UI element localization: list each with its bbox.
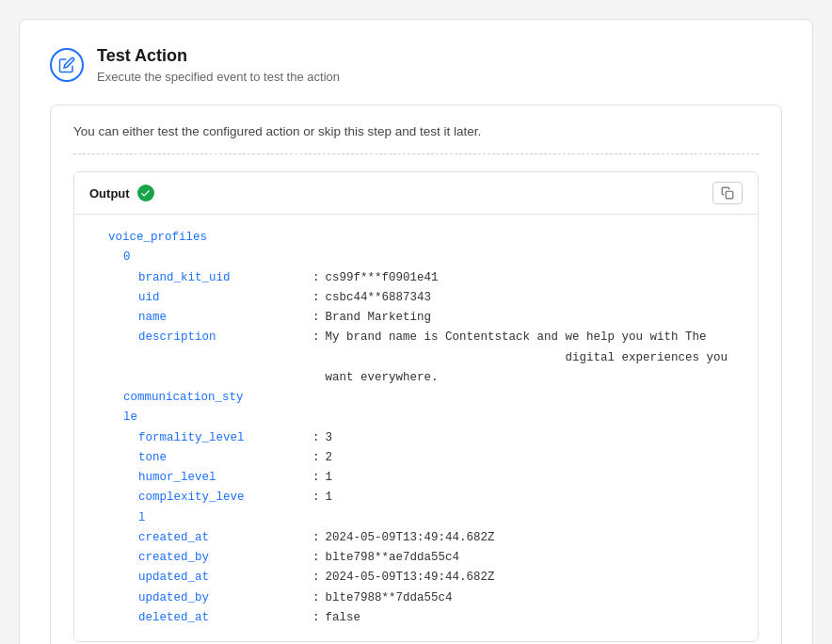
val-deleted-at: false (326, 608, 361, 628)
output-body: voice_profiles 0 brand_kit_uid : cs99f**… (74, 215, 758, 641)
output-row-voice-profiles: voice_profiles (93, 228, 739, 248)
header-row: Test Action Execute the specified event … (50, 46, 782, 84)
page-title: Test Action (97, 46, 340, 66)
output-row-comm-style2: le (93, 408, 739, 427)
output-row-uid: uid : csbc44**6887343 (93, 288, 739, 308)
val-updated-at: 2024-05-09T13:49:44.682Z (326, 568, 495, 588)
key-complexity-l: l (138, 508, 146, 528)
copy-button[interactable] (712, 182, 743, 204)
output-row-created-at: created_at : 2024-05-09T13:49:44.682Z (93, 528, 739, 548)
output-header: Output (74, 172, 758, 215)
key-name: name (138, 308, 312, 328)
output-row-created-by: created_by : blte798**ae7dda55c4 (93, 548, 739, 568)
val-humor: 1 (326, 468, 333, 488)
key-created-by: created_by (138, 548, 312, 568)
output-row-formality: formality_level : 3 (93, 428, 739, 448)
key-updated-by: updated_by (138, 588, 312, 608)
success-icon (137, 185, 154, 201)
page-subtitle: Execute the specified event to test the … (97, 70, 340, 84)
output-row-brand-kit-uid: brand_kit_uid : cs99f***f0901e41 (93, 268, 739, 288)
output-row-description: description : My brand name is Contentst… (93, 328, 739, 388)
val-uid: csbc44**6887343 (326, 288, 432, 308)
output-label: Output (89, 186, 130, 201)
output-row-complexity: complexity_leve : 1 (93, 488, 739, 507)
output-row-humor: humor_level : 1 (93, 468, 739, 488)
val-created-at: 2024-05-09T13:49:44.682Z (326, 528, 495, 548)
output-row-comm-style: communication_sty (93, 388, 739, 408)
val-complexity: 1 (326, 488, 333, 507)
val-description: My brand name is Contentstack and we hel… (326, 328, 739, 388)
output-row-deleted-at: deleted_at : false (93, 608, 739, 628)
key-humor: humor_level (138, 468, 312, 488)
key-complexity: complexity_leve (138, 488, 312, 507)
key-index: 0 (123, 248, 131, 267)
page-container: Test Action Execute the specified event … (19, 19, 813, 644)
key-tone: tone (138, 448, 312, 468)
key-voice-profiles: voice_profiles (108, 228, 207, 248)
main-card: You can either test the configured actio… (50, 105, 782, 644)
svg-rect-0 (726, 191, 733, 199)
key-comm-style: communication_sty (123, 388, 244, 408)
pencil-icon (58, 56, 75, 73)
key-brand-kit-uid: brand_kit_uid (138, 268, 312, 288)
val-formality: 3 (326, 428, 333, 448)
output-section: Output (73, 171, 759, 642)
action-icon (50, 48, 84, 82)
val-brand-kit-uid: cs99f***f0901e41 (326, 268, 439, 288)
key-deleted-at: deleted_at (138, 608, 312, 628)
key-updated-at: updated_at (138, 568, 312, 588)
output-row-updated-by: updated_by : blte7988**7dda55c4 (93, 588, 739, 608)
val-created-by: blte798**ae7dda55c4 (326, 548, 460, 568)
output-row-name: name : Brand Marketing (93, 308, 739, 328)
val-name: Brand Marketing (326, 308, 432, 328)
val-tone: 2 (326, 448, 333, 468)
output-row-index: 0 (93, 248, 739, 267)
output-row-updated-at: updated_at : 2024-05-09T13:49:44.682Z (93, 568, 739, 588)
info-text: You can either test the configured actio… (73, 124, 759, 154)
output-row-tone: tone : 2 (93, 448, 739, 468)
header-text: Test Action Execute the specified event … (97, 46, 340, 84)
output-label-row: Output (89, 185, 154, 201)
val-updated-by: blte7988**7dda55c4 (326, 588, 453, 608)
output-row-complexity-l: l (93, 508, 739, 528)
key-created-at: created_at (138, 528, 312, 548)
key-formality: formality_level (138, 428, 312, 448)
key-uid: uid (138, 288, 312, 308)
key-comm-style-le: le (123, 408, 137, 427)
card-inner: You can either test the configured actio… (51, 105, 781, 644)
key-description: description (138, 328, 312, 347)
